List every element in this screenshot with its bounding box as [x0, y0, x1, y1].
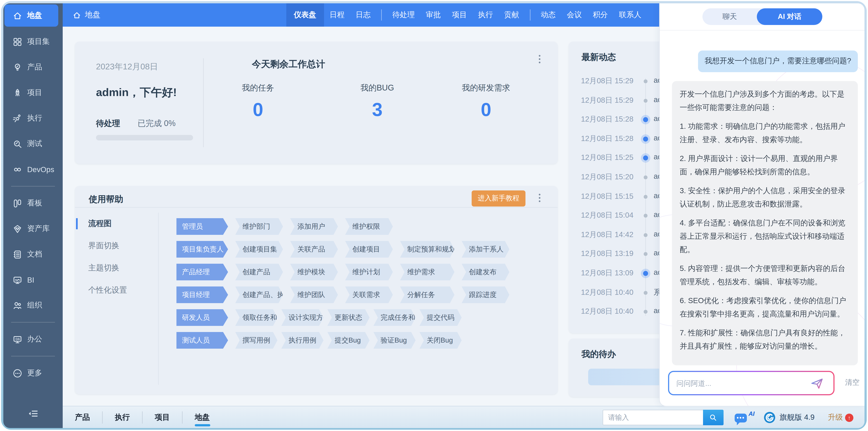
search-button[interactable]: [703, 410, 723, 425]
flow-step[interactable]: 撰写用例: [235, 332, 277, 349]
help-tab-flowchart[interactable]: 流程图: [75, 212, 158, 235]
sidebar-item-project[interactable]: 项目: [3, 80, 63, 106]
flow-step[interactable]: 关联需求: [345, 286, 393, 303]
flow-step[interactable]: 领取任务和Bug: [235, 309, 277, 326]
tab-approval[interactable]: 审批: [421, 3, 446, 27]
sidebar-item-devops[interactable]: DevOps: [3, 156, 63, 182]
sidebar-item-office[interactable]: OA 办公: [3, 326, 63, 352]
flow-step[interactable]: 执行用例: [281, 332, 323, 349]
tab-ai-dialog[interactable]: AI 对话: [757, 8, 822, 25]
bottom-tab-execution[interactable]: 执行: [103, 406, 142, 428]
flow-step[interactable]: 维护计划: [345, 264, 393, 280]
help-tab-personalize[interactable]: 个性化设置: [75, 279, 158, 301]
help-tab-theme-switch[interactable]: 主题切换: [75, 257, 158, 279]
tab-dynamics[interactable]: 动态: [535, 3, 561, 27]
home-icon: [13, 11, 22, 20]
bottom-tab-dashboard[interactable]: 地盘: [183, 406, 222, 428]
flow-step[interactable]: 维护需求: [400, 264, 455, 280]
sidebar-item-assets[interactable]: 资产库: [3, 216, 63, 241]
sidebar-collapse-button[interactable]: [3, 402, 63, 425]
sidebar-item-bi[interactable]: BI: [3, 267, 63, 293]
ai-question-input[interactable]: [668, 371, 835, 395]
tutorial-button[interactable]: 进入新手教程: [472, 191, 525, 206]
flow-step[interactable]: 维护部门: [235, 218, 283, 235]
bottom-tab-product[interactable]: 产品: [63, 406, 102, 428]
flow-step[interactable]: 设计实现方案: [281, 309, 323, 326]
timeline-dot: [644, 252, 648, 256]
timeline-dot: [644, 98, 648, 103]
flow-step[interactable]: 验证Bug: [373, 332, 415, 349]
bottom-tab-project[interactable]: 项目: [143, 406, 182, 428]
flow-step[interactable]: 维护模块: [290, 264, 338, 280]
tab-worklog[interactable]: 日志: [350, 3, 376, 27]
stat-value[interactable]: 3: [322, 99, 433, 120]
tab-chat[interactable]: 聊天: [703, 8, 757, 25]
help-tab-ui-switch[interactable]: 界面切换: [75, 235, 158, 257]
flow-step[interactable]: 维护权限: [345, 218, 393, 235]
timeline-dot: [644, 214, 648, 218]
topbar-home[interactable]: 地盘: [63, 10, 100, 20]
stat-value[interactable]: 0: [203, 99, 313, 120]
tab-contribution[interactable]: 贡献: [499, 3, 525, 27]
sidebar-item-kanban[interactable]: 看板: [3, 191, 63, 216]
edition-label[interactable]: 旗舰版 4.9: [780, 412, 814, 423]
timeline-dot: [644, 310, 648, 314]
tab-meeting[interactable]: 会议: [561, 3, 587, 27]
clear-chat-button[interactable]: 清空: [845, 377, 860, 387]
search-input[interactable]: [602, 410, 703, 425]
timeline-dot: [644, 233, 648, 237]
sidebar-divider: [11, 322, 55, 322]
sidebar-item-qa[interactable]: 测试: [3, 131, 63, 156]
flow-step[interactable]: 跟踪进度: [462, 286, 509, 303]
flow-step[interactable]: 提交Bug: [328, 332, 370, 349]
sidebar-item-label: DevOps: [27, 165, 54, 174]
flow-step[interactable]: 创建发布: [462, 264, 509, 280]
flow-step[interactable]: 更新状态: [328, 309, 370, 326]
progress-bar: [96, 135, 193, 140]
sidebar-item-more[interactable]: 更多: [3, 360, 63, 386]
flow-step[interactable]: 创建产品、执行: [235, 286, 283, 303]
ai-reply-paragraph: 5. 内容管理：提供一个方便管理和更新内容的后台管理系统，包括发布、编辑、审核等…: [680, 262, 850, 289]
sidebar-item-label: 更多: [27, 368, 42, 378]
flow-step[interactable]: 创建项目: [345, 241, 393, 258]
flow-step[interactable]: 关闭Bug: [420, 332, 462, 349]
sidebar-item-program[interactable]: 项目集: [3, 29, 63, 54]
sidebar-item-execution[interactable]: 执行: [3, 106, 63, 131]
send-icon[interactable]: [811, 377, 824, 390]
card-menu-button[interactable]: [533, 53, 546, 65]
flow-step[interactable]: 添加用户: [290, 218, 338, 235]
stat-value[interactable]: 0: [431, 99, 541, 120]
card-menu-button[interactable]: [533, 192, 546, 204]
tab-project[interactable]: 项目: [446, 3, 472, 27]
flow-role: 项目经理: [177, 286, 228, 303]
flow-step[interactable]: 创建项目集: [235, 241, 283, 258]
ai-reply-paragraph: 开发一个信息门户涉及到多个方面的考虑。以下是一些你可能需要注意的问题：: [680, 88, 850, 114]
sidebar-item-org[interactable]: 组织: [3, 293, 63, 318]
tab-contacts[interactable]: 联系人: [614, 3, 647, 27]
program-icon: [13, 37, 22, 47]
help-card: 使用帮助 进入新手教程 流程图 界面切换 主题切换 个性化设置 管理员 维护部门…: [75, 186, 558, 394]
flow-step[interactable]: 维护团队: [290, 286, 338, 303]
flow-step[interactable]: 创建产品: [235, 264, 283, 280]
flow-step[interactable]: 制定预算和规划: [400, 241, 455, 258]
flow-step[interactable]: 分解任务: [400, 286, 455, 303]
tab-calendar[interactable]: 日程: [324, 3, 350, 27]
tab-execution[interactable]: 执行: [472, 3, 499, 27]
ai-assistant-icon[interactable]: AI: [735, 410, 755, 425]
flow-step[interactable]: 关联产品: [290, 241, 338, 258]
ai-chat-panel: 聊天 AI 对话 我想开发一个信息门户，需要注意哪些问题? 开发一个信息门户涉及…: [659, 3, 865, 406]
tab-dashboard[interactable]: 仪表盘: [286, 3, 324, 27]
app-surface: 地盘 项目集 产品 项目 执行 测试: [3, 3, 865, 428]
sidebar-item-dashboard[interactable]: 地盘: [4, 4, 58, 27]
sidebar-item-label: 办公: [27, 334, 42, 344]
tab-pending[interactable]: 待处理: [387, 3, 421, 27]
flow-step[interactable]: 完成任务和Bug: [373, 309, 415, 326]
zentao-logo[interactable]: [764, 411, 776, 424]
sidebar-item-product[interactable]: 产品: [3, 54, 63, 80]
upgrade-button[interactable]: 升级 ↑: [828, 412, 854, 423]
topbar-separator: [530, 9, 530, 21]
flow-step[interactable]: 提交代码: [420, 309, 462, 326]
flow-step[interactable]: 添加干系人: [462, 241, 509, 258]
sidebar-item-doc[interactable]: 文档: [3, 241, 63, 267]
tab-points[interactable]: 积分: [587, 3, 614, 27]
